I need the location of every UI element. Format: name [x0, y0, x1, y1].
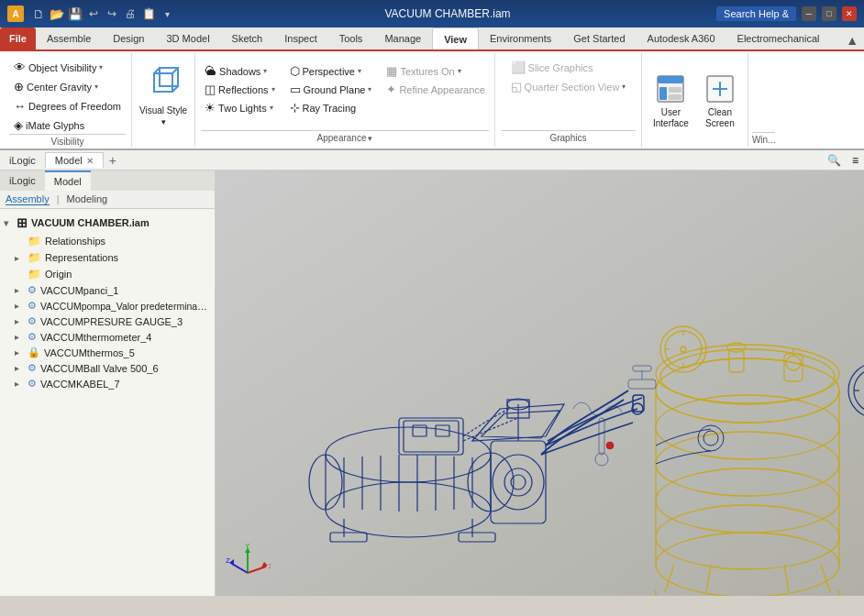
tab-file[interactable]: File: [0, 28, 36, 50]
panel-tab-model[interactable]: Model: [45, 170, 91, 191]
tab-assemble[interactable]: Assemble: [36, 28, 102, 50]
svg-point-89: [606, 442, 614, 449]
tree-root[interactable]: ▾ ⊞ VACUUM CHAMBER.iam: [0, 213, 215, 233]
ground-plane-label: Ground Plane: [304, 84, 366, 95]
tree-relationships[interactable]: 📁 Relationships: [0, 233, 215, 249]
graphics-group-label: Graphics: [501, 130, 636, 145]
panel-tab-bar: iLogic Model: [0, 170, 215, 191]
center-gravity-btn[interactable]: ⊕ Center Gravity ▾: [10, 78, 102, 95]
tab-environments[interactable]: Environments: [479, 28, 562, 50]
tab-manage[interactable]: Manage: [373, 28, 432, 50]
representations-label: Representations: [45, 252, 118, 263]
ribbon-group-visibility: 👁 Object Visibility ▾ ⊕ Center Gravity ▾…: [4, 53, 132, 147]
reflections-btn[interactable]: ◫ Reflections ▾: [201, 81, 278, 98]
appearance-group-label: Appearance ▾: [201, 130, 489, 145]
part3-icon: ⚙: [28, 315, 37, 327]
imate-glyphs-btn[interactable]: ◈ iMate Glyphs: [10, 116, 88, 134]
tree-part5[interactable]: ▸ 🔒 VACCUMthermos_5: [0, 345, 215, 360]
search-help-btn[interactable]: Search Help &: [716, 6, 796, 21]
tree-part1[interactable]: ▸ ⚙ VACCUMpanci_1: [0, 282, 215, 298]
visibility-group-label: Visibility: [9, 134, 126, 148]
close-btn[interactable]: ✕: [842, 6, 857, 21]
two-lights-btn[interactable]: ☀ Two Lights ▾: [201, 99, 278, 116]
qa-print[interactable]: 🖨: [122, 6, 138, 22]
qa-save[interactable]: 💾: [67, 6, 83, 22]
ray-tracing-btn[interactable]: ⊹ Ray Tracing: [286, 99, 376, 116]
minimize-btn[interactable]: ─: [802, 6, 816, 21]
tree-part2[interactable]: ▸ ⚙ VACCUMpompa_Valor predeterminado_2: [0, 298, 215, 314]
perspective-label: Perspective: [303, 66, 355, 77]
slice-label: Slice Graphics: [528, 62, 593, 73]
tab-design[interactable]: Design: [102, 28, 155, 50]
perspective-icon: ⬡: [290, 64, 300, 78]
svg-rect-9: [669, 94, 681, 100]
panel-tab-ilogic[interactable]: iLogic: [0, 170, 45, 191]
tree-part3[interactable]: ▸ ⚙ VACCUMPRESURE GAUGE_3: [0, 314, 215, 329]
qa-properties[interactable]: 📋: [140, 6, 157, 22]
add-tab-btn[interactable]: +: [104, 151, 122, 170]
3d-model-svg: [216, 170, 864, 596]
slice-graphics-btn[interactable]: ⬜ Slice Graphics: [507, 59, 597, 76]
shadows-btn[interactable]: 🌥 Shadows ▾: [201, 62, 278, 80]
ribbon-collapse[interactable]: ▲: [840, 31, 864, 50]
ground-plane-btn[interactable]: ▭ Ground Plane ▾: [286, 81, 376, 98]
qa-redo[interactable]: ↪: [104, 6, 120, 22]
refine-btn[interactable]: ✦ Refine Appearance: [382, 81, 489, 98]
model-tab-bar: iLogic Model ✕ + 🔍 ≡: [0, 150, 864, 170]
representations-icon: 📁: [28, 251, 41, 264]
shadows-icon: 🌥: [205, 64, 216, 78]
tab-sketch[interactable]: Sketch: [221, 28, 274, 50]
perspective-btn[interactable]: ⬡ Perspective ▾: [286, 62, 376, 80]
svg-rect-6: [658, 76, 683, 83]
tab-view[interactable]: View: [432, 28, 479, 50]
model-tab[interactable]: Model ✕: [45, 152, 104, 168]
tab-menu-btn[interactable]: ≡: [847, 152, 864, 169]
modeling-tab[interactable]: Modeling: [67, 193, 108, 205]
object-visibility-btn[interactable]: 👁 Object Visibility ▾: [10, 59, 106, 76]
tab-get-started[interactable]: Get Started: [562, 28, 636, 50]
svg-text:X: X: [269, 562, 271, 570]
tab-electromechanical[interactable]: Electromechanical: [726, 28, 831, 50]
tree-part7[interactable]: ▸ ⚙ VACCMKABEL_7: [0, 376, 215, 391]
tab-inspect[interactable]: Inspect: [273, 28, 327, 50]
origin-label: Origin: [45, 269, 72, 280]
axis-indicator: X Y Z: [225, 541, 271, 587]
part4-label: VACCUMthermometer_4: [40, 332, 151, 343]
refine-icon: ✦: [386, 82, 396, 96]
maximize-btn[interactable]: □: [822, 6, 836, 21]
qa-new[interactable]: 🗋: [30, 6, 47, 22]
appearance-col2: ⬡ Perspective ▾ ▭ Ground Plane ▾ ⊹ Ray T…: [286, 59, 376, 116]
ui-icon: [656, 74, 685, 105]
appearance-col1: 🌥 Shadows ▾ ◫ Reflections ▾ ☀ Two Lights…: [201, 59, 278, 116]
tree-part4[interactable]: ▸ ⚙ VACCUMthermometer_4: [0, 329, 215, 345]
part1-label: VACCUMpanci_1: [40, 285, 118, 296]
assembly-icon: ⊞: [17, 215, 28, 230]
clean-screen-btn[interactable]: CleanScreen: [698, 57, 742, 132]
tree-part6[interactable]: ▸ ⚙ VACCUMBall Valve 500_6: [0, 360, 215, 376]
textures-btn[interactable]: ▦ Textures On ▾: [382, 62, 489, 80]
ilogic-tab[interactable]: iLogic: [0, 153, 45, 168]
quarter-section-btn[interactable]: ◱ Quarter Section View ▾: [507, 78, 630, 95]
tab-autodesk-a360[interactable]: Autodesk A360: [637, 28, 726, 50]
tab-search-btn[interactable]: 🔍: [822, 152, 847, 169]
root-label: VACUUM CHAMBER.iam: [31, 217, 150, 228]
svg-rect-7: [659, 87, 667, 100]
textures-label: Textures On: [400, 66, 454, 77]
tree-origin[interactable]: 📁 Origin: [0, 266, 215, 282]
model-tab-close[interactable]: ✕: [86, 156, 94, 166]
assembly-tab[interactable]: Assembly: [6, 193, 50, 205]
degrees-freedom-btn[interactable]: ↔ Degrees of Freedom: [10, 97, 125, 115]
user-interface-btn[interactable]: UserInterface: [648, 57, 694, 132]
visual-style-btn[interactable]: Visual Style▾: [134, 55, 193, 130]
3d-viewport[interactable]: X Y Z: [216, 170, 864, 596]
qa-open[interactable]: 📂: [49, 6, 65, 22]
eye-icon: 👁: [14, 60, 26, 74]
tree-representations[interactable]: ▸ 📁 Representations: [0, 249, 215, 266]
part7-label: VACCMKABEL_7: [40, 379, 120, 390]
ground-plane-icon: ▭: [290, 82, 301, 96]
qa-undo[interactable]: ↩: [85, 6, 102, 22]
tab-tools[interactable]: Tools: [328, 28, 374, 50]
clean-screen-icon: [705, 74, 735, 105]
tab-3dmodel[interactable]: 3D Model: [156, 28, 221, 50]
qa-more[interactable]: ▾: [159, 6, 175, 22]
